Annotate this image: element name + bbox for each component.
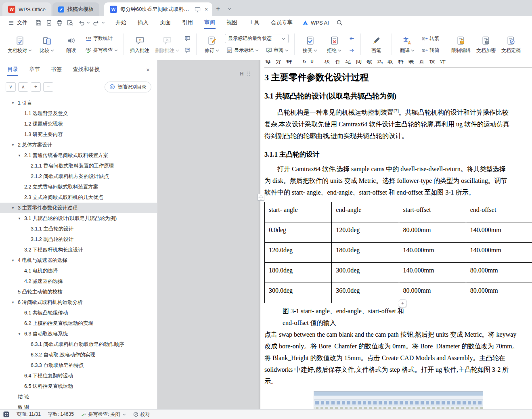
status-grid-icon[interactable]: [3, 411, 9, 417]
menu-item[interactable]: 视图: [221, 16, 243, 29]
reject-change-button[interactable]: 拒绝: [323, 31, 346, 57]
outline-item[interactable]: 3.1.1 主凸轮的设计: [0, 224, 157, 234]
sidebar-tab[interactable]: 书签: [51, 60, 62, 79]
outline-item[interactable]: 6.2 上模的往复直线运动的实现: [0, 318, 157, 329]
collapse-triangle-icon[interactable]: ▼: [11, 206, 18, 210]
word-count-indicator[interactable]: 字数: 14635: [48, 411, 74, 418]
undo-dropdown-icon[interactable]: [86, 21, 90, 24]
outline-item[interactable]: 6.5 送料往复直线运动: [0, 381, 157, 392]
document-canvas[interactable]: H 每分钟 60 块香皂间歇式取料装置设计 3 主要零件参数化设计过程 3.1 …: [157, 60, 532, 409]
smart-toc-button[interactable]: 智能识别目录: [105, 82, 151, 92]
outline-item[interactable]: ▼2.1 普通传统香皂间歇式取料装置方案: [0, 150, 157, 161]
previous-comment-icon[interactable]: [183, 34, 192, 43]
collapse-triangle-icon[interactable]: ▼: [11, 143, 18, 147]
doc-paragraph-1[interactable]: 凸轮机构是一种常见的机械运动控制装置[7]。共轭凸轮机构的设计和计算操作比较 复…: [264, 105, 532, 142]
wps-ai-button[interactable]: WPS AI: [302, 20, 329, 26]
previous-change-icon[interactable]: [347, 34, 356, 43]
new-tab-button[interactable]: +: [212, 3, 224, 15]
doc-paragraph-3[interactable]: 点击 swap between the cam blank and the ca…: [264, 329, 532, 387]
outline-item[interactable]: ▼3.1 共轭凸轮的设计(以取皂共轭凸轮为例): [0, 213, 157, 224]
sidebar-tab[interactable]: 查找和替换: [73, 60, 100, 79]
doc-proofread-button[interactable]: 文档校对: [6, 31, 34, 57]
table-cell[interactable]: 300.0deg: [265, 283, 332, 303]
collapse-triangle-icon[interactable]: ▼: [18, 332, 24, 336]
outline-item[interactable]: 致 谢: [0, 402, 157, 409]
accept-change-button[interactable]: 接受: [299, 31, 321, 57]
figure-caption[interactable]: 图 3-1 start- angle、end-angle、start-offse…: [283, 305, 532, 329]
table-cell[interactable]: 140.000mm: [399, 263, 466, 283]
restrict-editing-button[interactable]: 限制编辑: [449, 31, 473, 57]
tab-docer-template[interactable]: 找稿壳模板: [52, 2, 99, 16]
file-menu-button[interactable]: 文件: [5, 17, 31, 28]
expand-all-button[interactable]: ∧: [18, 82, 28, 92]
outline-item[interactable]: 4.2 减速器的选择: [0, 276, 157, 287]
markup-state-dropdown[interactable]: 显示标记的最终状态: [225, 34, 289, 43]
close-sidebar-icon[interactable]: ×: [146, 66, 150, 73]
spellcheck-status[interactable]: 拼写检查: 关闭: [81, 411, 126, 418]
outline-item[interactable]: 4.1 电机的选择: [0, 266, 157, 276]
print-preview-button[interactable]: [65, 17, 75, 28]
tab-list-dropdown-icon[interactable]: [224, 3, 235, 15]
doc-heading-3[interactable]: 3.1.1 主凸轮的设计: [264, 150, 532, 159]
delete-comment-button[interactable]: 删除批注: [153, 31, 181, 57]
encrypt-document-button[interactable]: 文档加密: [474, 31, 498, 57]
outline-item[interactable]: 5 凸轮主动轴的校核: [0, 287, 157, 297]
outline-item[interactable]: 6.4 下模往复翻转运动: [0, 371, 157, 381]
table-header-cell[interactable]: end-offset: [466, 202, 532, 222]
outline-item[interactable]: 结 论: [0, 392, 157, 402]
proofread-status[interactable]: 校对: [133, 411, 150, 418]
outline-item[interactable]: 6.3.1 间歇式取料机自动取放皂的动作顺序: [0, 339, 157, 350]
outline-item[interactable]: 2.1.2 间歇式取料机方案的设计缺点: [0, 171, 157, 182]
outline-item[interactable]: 2.1.1 香皂间歇式取料装置的工作原理: [0, 161, 157, 171]
outline-item[interactable]: 6.3.3 自动取放皂的特点: [0, 360, 157, 371]
insert-comment-button[interactable]: 插入批注: [128, 31, 151, 57]
redo-button[interactable]: [91, 17, 101, 28]
outline-item[interactable]: 3.2 下模四杆机构长度设计: [0, 245, 157, 255]
export-pdf-button[interactable]: [44, 17, 54, 28]
table-cell[interactable]: 140.000mm: [466, 243, 532, 263]
zoom-in-outline-button[interactable]: +: [31, 82, 41, 92]
sidebar-tab[interactable]: 章节: [29, 60, 40, 79]
table-cell[interactable]: 140.000mm: [466, 222, 532, 243]
show-markup-button[interactable]: 显示标记: [225, 46, 260, 55]
table-move-handle-icon[interactable]: [258, 194, 264, 201]
table-header-cell[interactable]: start- angle: [265, 202, 332, 222]
outline-item[interactable]: ▼2 总体方案设计: [0, 140, 157, 150]
doc-paragraph-2[interactable]: 打开 Camtrax64 软件,选择 sample cams 中的 dwell-…: [264, 163, 532, 198]
tab-document-active[interactable]: W 每分钟60块香皂间歇式取料装... ×: [104, 2, 212, 16]
menu-item[interactable]: 开始: [110, 16, 132, 29]
redo-dropdown-icon[interactable]: [101, 21, 105, 24]
sidebar-tab[interactable]: 目录: [7, 60, 18, 79]
outline-item[interactable]: 1.3 研究主要内容: [0, 129, 157, 140]
tab-wps-office[interactable]: W WPS Office: [2, 2, 51, 16]
table-header-cell[interactable]: end-angle: [332, 202, 399, 222]
outline-item[interactable]: 1.1 选题背景及意义: [0, 108, 157, 119]
print-button[interactable]: [54, 17, 65, 28]
collapse-triangle-icon[interactable]: ▼: [11, 301, 18, 304]
outline-item[interactable]: 2.3 立式冷间歇式取料机的几大优点: [0, 192, 157, 203]
outline-item[interactable]: ▼4 电机与减速器的选择: [0, 255, 157, 266]
table-cell[interactable]: 120.0deg: [265, 243, 332, 263]
collapse-all-button[interactable]: ∨: [6, 82, 16, 92]
menu-item[interactable]: 插入: [132, 16, 154, 29]
translate-button[interactable]: 文A 翻译: [396, 31, 419, 57]
close-tab-icon[interactable]: ×: [204, 6, 209, 13]
save-button[interactable]: [33, 17, 44, 28]
table-cell[interactable]: 360.0deg: [332, 283, 399, 303]
read-aloud-button[interactable]: 朗读: [60, 31, 82, 57]
menu-item[interactable]: 工具: [243, 16, 265, 29]
table-cell[interactable]: 300.0deg: [332, 263, 399, 283]
next-change-icon[interactable]: [347, 46, 356, 55]
table-cell[interactable]: 120.0deg: [332, 222, 399, 243]
presentation-monitor-icon[interactable]: [195, 6, 201, 13]
outline-item[interactable]: ▼3 主要零件参数化设计过程: [0, 203, 157, 213]
table-cell[interactable]: 180.0deg: [265, 263, 332, 283]
heading-mark[interactable]: H: [240, 71, 243, 77]
collapse-triangle-icon[interactable]: ▼: [11, 259, 18, 262]
outline-item[interactable]: 6.3.2 自动取,放皂动作的实现: [0, 350, 157, 360]
document-page[interactable]: 每分钟 60 块香皂间歇式取料装置设计 3 主要零件参数化设计过程 3.1 共轭…: [260, 60, 532, 409]
ink-pen-button[interactable]: 画笔: [365, 31, 387, 57]
track-changes-button[interactable]: 修订: [201, 31, 223, 57]
outline-item[interactable]: 6.1 共轭凸轮组传动: [0, 308, 157, 318]
review-panel-button[interactable]: 审阅: [264, 46, 290, 55]
